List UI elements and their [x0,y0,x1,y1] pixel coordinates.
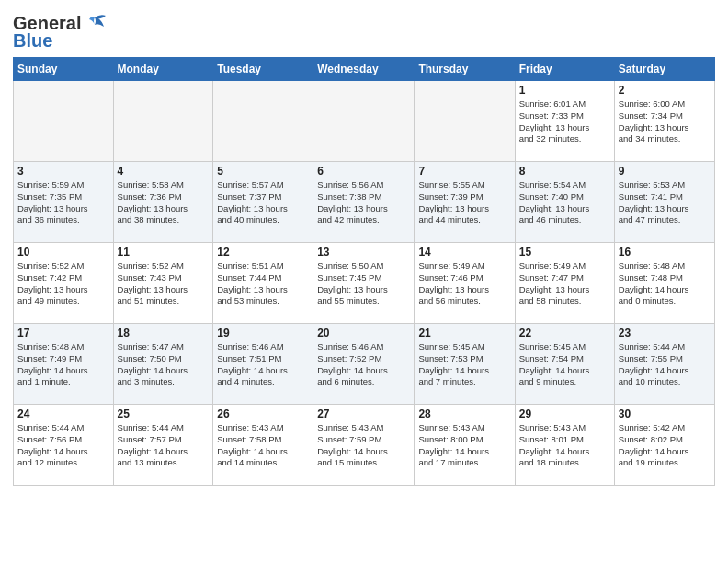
day-info: Sunrise: 5:52 AM Sunset: 7:42 PM Dayligh… [17,260,109,307]
calendar-cell: 9Sunrise: 5:53 AM Sunset: 7:41 PM Daylig… [614,162,714,243]
day-info: Sunrise: 5:55 AM Sunset: 7:39 PM Dayligh… [418,179,510,226]
day-number: 18 [118,327,210,339]
calendar-cell: 12Sunrise: 5:51 AM Sunset: 7:44 PM Dayli… [213,243,313,324]
day-number: 12 [217,246,309,259]
day-number: 6 [317,165,410,178]
calendar-cell: 8Sunrise: 5:54 AM Sunset: 7:40 PM Daylig… [515,162,614,243]
day-number: 13 [317,246,410,259]
calendar-cell: 10Sunrise: 5:52 AM Sunset: 7:42 PM Dayli… [14,243,114,324]
day-number: 2 [619,84,711,97]
day-number: 30 [619,408,711,420]
calendar-cell: 7Sunrise: 5:55 AM Sunset: 7:39 PM Daylig… [415,162,515,243]
day-number: 26 [217,408,309,420]
day-number: 17 [17,327,109,339]
calendar-cell: 22Sunrise: 5:45 AM Sunset: 7:54 PM Dayli… [515,324,614,405]
day-info: Sunrise: 5:49 AM Sunset: 7:47 PM Dayligh… [519,260,610,307]
day-info: Sunrise: 5:52 AM Sunset: 7:43 PM Dayligh… [118,260,210,307]
calendar-cell: 4Sunrise: 5:58 AM Sunset: 7:36 PM Daylig… [113,162,213,243]
day-number: 21 [418,327,510,339]
day-info: Sunrise: 5:58 AM Sunset: 7:36 PM Dayligh… [118,179,210,226]
day-number: 29 [519,408,610,420]
calendar-cell: 27Sunrise: 5:43 AM Sunset: 7:59 PM Dayli… [313,405,415,486]
calendar-cell: 17Sunrise: 5:48 AM Sunset: 7:49 PM Dayli… [14,324,114,405]
calendar-cell [415,81,515,162]
day-info: Sunrise: 5:43 AM Sunset: 7:59 PM Dayligh… [317,422,410,469]
day-number: 8 [519,165,610,178]
calendar-cell: 3Sunrise: 5:59 AM Sunset: 7:35 PM Daylig… [14,162,114,243]
day-info: Sunrise: 5:43 AM Sunset: 8:01 PM Dayligh… [519,422,610,469]
calendar-cell: 2Sunrise: 6:00 AM Sunset: 7:34 PM Daylig… [614,81,714,162]
day-info: Sunrise: 5:54 AM Sunset: 7:40 PM Dayligh… [519,179,610,226]
day-info: Sunrise: 5:51 AM Sunset: 7:44 PM Dayligh… [217,260,309,307]
calendar-week-row: 1Sunrise: 6:01 AM Sunset: 7:33 PM Daylig… [14,81,715,162]
day-number: 20 [317,327,410,339]
day-info: Sunrise: 5:56 AM Sunset: 7:38 PM Dayligh… [317,179,410,226]
calendar-cell: 1Sunrise: 6:01 AM Sunset: 7:33 PM Daylig… [515,81,614,162]
day-info: Sunrise: 5:42 AM Sunset: 8:02 PM Dayligh… [619,422,711,469]
calendar-cell: 13Sunrise: 5:50 AM Sunset: 7:45 PM Dayli… [313,243,415,324]
day-number: 24 [17,408,109,420]
calendar-cell [313,81,415,162]
day-info: Sunrise: 5:59 AM Sunset: 7:35 PM Dayligh… [17,179,109,226]
day-number: 27 [317,408,410,420]
day-number: 23 [619,327,711,339]
calendar-header-sunday: Sunday [14,58,114,81]
logo-blue-text: Blue [13,30,52,52]
calendar-cell [14,81,114,162]
day-number: 25 [118,408,210,420]
day-info: Sunrise: 5:46 AM Sunset: 7:52 PM Dayligh… [317,341,410,388]
calendar-cell: 15Sunrise: 5:49 AM Sunset: 7:47 PM Dayli… [515,243,614,324]
day-info: Sunrise: 6:01 AM Sunset: 7:33 PM Dayligh… [519,98,610,145]
day-info: Sunrise: 5:49 AM Sunset: 7:46 PM Dayligh… [418,260,510,307]
calendar-week-row: 17Sunrise: 5:48 AM Sunset: 7:49 PM Dayli… [14,324,715,405]
page: General Blue SundayMondayTuesdayWednesda… [0,0,728,491]
calendar-cell: 19Sunrise: 5:46 AM Sunset: 7:51 PM Dayli… [213,324,313,405]
calendar-week-row: 3Sunrise: 5:59 AM Sunset: 7:35 PM Daylig… [14,162,715,243]
day-info: Sunrise: 5:46 AM Sunset: 7:51 PM Dayligh… [217,341,309,388]
day-number: 9 [619,165,711,178]
day-number: 16 [619,246,711,259]
day-number: 14 [418,246,510,259]
day-info: Sunrise: 5:43 AM Sunset: 7:58 PM Dayligh… [217,422,309,469]
day-info: Sunrise: 5:53 AM Sunset: 7:41 PM Dayligh… [619,179,711,226]
day-info: Sunrise: 5:45 AM Sunset: 7:54 PM Dayligh… [519,341,610,388]
calendar-table: SundayMondayTuesdayWednesdayThursdayFrid… [13,57,715,486]
calendar-cell [113,81,213,162]
calendar-header-saturday: Saturday [614,58,714,81]
calendar-cell: 30Sunrise: 5:42 AM Sunset: 8:02 PM Dayli… [614,405,714,486]
calendar-header-row: SundayMondayTuesdayWednesdayThursdayFrid… [14,58,715,81]
logo: General Blue [13,9,108,52]
day-info: Sunrise: 5:44 AM Sunset: 7:55 PM Dayligh… [619,341,711,388]
calendar-cell: 14Sunrise: 5:49 AM Sunset: 7:46 PM Dayli… [415,243,515,324]
calendar-header-monday: Monday [113,58,213,81]
day-number: 7 [418,165,510,178]
calendar-cell: 5Sunrise: 5:57 AM Sunset: 7:37 PM Daylig… [213,162,313,243]
calendar-header-friday: Friday [515,58,614,81]
day-number: 10 [17,246,109,259]
calendar-cell: 29Sunrise: 5:43 AM Sunset: 8:01 PM Dayli… [515,405,614,486]
calendar-cell: 11Sunrise: 5:52 AM Sunset: 7:43 PM Dayli… [113,243,213,324]
day-info: Sunrise: 5:50 AM Sunset: 7:45 PM Dayligh… [317,260,410,307]
day-number: 5 [217,165,309,178]
day-info: Sunrise: 5:48 AM Sunset: 7:48 PM Dayligh… [619,260,711,307]
calendar-header-wednesday: Wednesday [313,58,415,81]
calendar-cell: 26Sunrise: 5:43 AM Sunset: 7:58 PM Dayli… [213,405,313,486]
calendar-cell: 20Sunrise: 5:46 AM Sunset: 7:52 PM Dayli… [313,324,415,405]
calendar-cell [213,81,313,162]
calendar-cell: 16Sunrise: 5:48 AM Sunset: 7:48 PM Dayli… [614,243,714,324]
calendar-header-thursday: Thursday [415,58,515,81]
calendar-cell: 25Sunrise: 5:44 AM Sunset: 7:57 PM Dayli… [113,405,213,486]
day-number: 4 [118,165,210,178]
calendar-cell: 21Sunrise: 5:45 AM Sunset: 7:53 PM Dayli… [415,324,515,405]
calendar-week-row: 24Sunrise: 5:44 AM Sunset: 7:56 PM Dayli… [14,405,715,486]
day-info: Sunrise: 5:44 AM Sunset: 7:57 PM Dayligh… [118,422,210,469]
calendar-cell: 18Sunrise: 5:47 AM Sunset: 7:50 PM Dayli… [113,324,213,405]
logo-bird-icon [82,14,108,34]
day-info: Sunrise: 5:43 AM Sunset: 8:00 PM Dayligh… [418,422,510,469]
day-number: 1 [519,84,610,97]
day-info: Sunrise: 5:44 AM Sunset: 7:56 PM Dayligh… [17,422,109,469]
day-info: Sunrise: 5:48 AM Sunset: 7:49 PM Dayligh… [17,341,109,388]
day-number: 28 [418,408,510,420]
day-info: Sunrise: 5:57 AM Sunset: 7:37 PM Dayligh… [217,179,309,226]
day-info: Sunrise: 5:45 AM Sunset: 7:53 PM Dayligh… [418,341,510,388]
